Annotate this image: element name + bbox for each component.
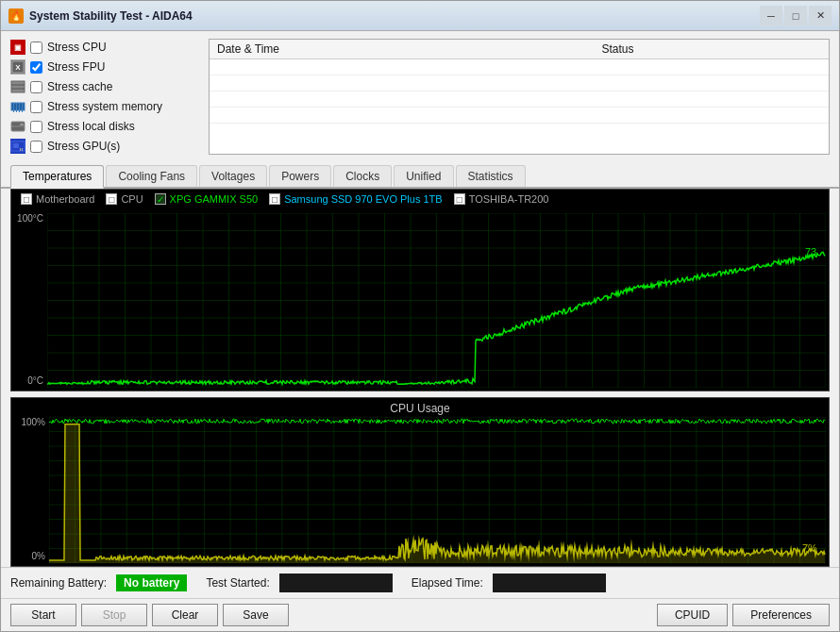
temp-y-max: 100°C: [17, 213, 43, 224]
tab-voltages[interactable]: Voltages: [199, 165, 267, 187]
stress-memory-label[interactable]: Stress system memory: [47, 100, 162, 113]
stress-disks-label[interactable]: Stress local disks: [47, 120, 135, 133]
temperature-canvas: [47, 213, 826, 388]
main-window: 🔥 System Stability Test - AIDA64 ─ □ ✕ ▣…: [0, 0, 840, 632]
temperature-chart: □ Motherboard □ CPU ✓ XPG GAMMIX S50 □ S…: [10, 189, 830, 391]
svg-rect-12: [20, 124, 24, 125]
legend-cpu: □ CPU: [106, 193, 143, 205]
temp-chart-legend: □ Motherboard □ CPU ✓ XPG GAMMIX S50 □ S…: [21, 193, 819, 205]
stop-button[interactable]: Stop: [81, 604, 147, 626]
log-row: [210, 59, 829, 75]
cpu-icon: ▣: [10, 40, 25, 55]
save-button[interactable]: Save: [223, 604, 289, 626]
date-time-column-header: Date & Time: [210, 40, 594, 59]
top-section: ▣ Stress CPU X Stress FPU Stress: [1, 31, 839, 162]
tab-statistics[interactable]: Statistics: [456, 165, 526, 187]
svg-rect-7: [16, 103, 17, 112]
svg-rect-15: [20, 148, 21, 151]
start-button[interactable]: Start: [10, 604, 76, 626]
minimize-button[interactable]: ─: [760, 6, 782, 26]
temp-y-labels: 100°C 0°C: [11, 213, 47, 386]
elapsed-label: Elapsed Time:: [412, 576, 483, 590]
stress-fpu-label[interactable]: Stress FPU: [47, 60, 105, 74]
svg-rect-2: [11, 81, 25, 92]
tab-temperatures[interactable]: Temperatures: [10, 165, 104, 189]
legend-samsung: □ Samsung SSD 970 EVO Plus 1TB: [269, 193, 443, 205]
tab-cooling-fans[interactable]: Cooling Fans: [106, 165, 197, 187]
stress-cpu-checkbox[interactable]: [30, 42, 42, 54]
content-area: ▣ Stress CPU X Stress FPU Stress: [1, 31, 839, 631]
log-row: [210, 108, 829, 124]
stress-memory-checkbox[interactable]: [30, 101, 42, 113]
elapsed-value: [493, 574, 606, 592]
status-column-header: Status: [594, 40, 829, 59]
tab-clocks[interactable]: Clocks: [333, 165, 392, 187]
stress-fpu-item: X Stress FPU: [10, 58, 199, 75]
test-started-label: Test Started:: [206, 576, 269, 590]
test-started-value: [279, 574, 393, 592]
legend-samsung-checkbox[interactable]: □: [269, 193, 280, 205]
log-row: [210, 75, 829, 91]
cpuid-button[interactable]: CPUID: [657, 604, 728, 626]
window-controls: ─ □ ✕: [760, 6, 832, 26]
preferences-button[interactable]: Preferences: [732, 604, 830, 626]
stress-cpu-label[interactable]: Stress CPU: [47, 41, 107, 54]
legend-xpg: ✓ XPG GAMMIX S50: [155, 193, 259, 205]
cpu-usage-title: CPU Usage: [11, 398, 829, 415]
svg-text:X: X: [15, 63, 21, 72]
cpu-usage-chart: CPU Usage 100% 0%: [10, 397, 830, 567]
tabs-bar: Temperatures Cooling Fans Voltages Power…: [1, 162, 839, 189]
legend-samsung-label: Samsung SSD 970 EVO Plus 1TB: [284, 193, 443, 205]
status-bar: Remaining Battery: No battery Test Start…: [1, 567, 839, 598]
stress-cpu-item: ▣ Stress CPU: [10, 39, 199, 56]
close-button[interactable]: ✕: [809, 6, 832, 26]
legend-motherboard: □ Motherboard: [21, 193, 94, 205]
legend-toshiba-checkbox[interactable]: □: [454, 193, 465, 205]
usage-y-labels: 100% 0%: [11, 417, 49, 561]
app-icon: 🔥: [8, 8, 24, 24]
window-title: System Stability Test - AIDA64: [29, 9, 760, 23]
stress-options-panel: ▣ Stress CPU X Stress FPU Stress: [10, 39, 199, 155]
tab-powers[interactable]: Powers: [269, 165, 331, 187]
svg-rect-16: [22, 148, 23, 151]
maximize-button[interactable]: □: [784, 6, 807, 26]
stress-memory-item: Stress system memory: [10, 98, 199, 115]
usage-y-min: 0%: [32, 551, 45, 561]
stress-gpu-item: Stress GPU(s): [10, 138, 199, 155]
stress-disks-item: Stress local disks: [10, 118, 199, 135]
legend-xpg-label: XPG GAMMIX S50: [170, 193, 259, 205]
gpu-icon: [10, 139, 25, 154]
svg-rect-6: [13, 103, 14, 112]
usage-canvas: [49, 417, 826, 563]
legend-toshiba: □ TOSHIBA-TR200: [454, 193, 549, 205]
legend-cpu-label: CPU: [121, 193, 143, 205]
log-row: [210, 91, 829, 108]
stress-gpu-checkbox[interactable]: [30, 141, 42, 153]
stress-cache-item: Stress cache: [10, 78, 199, 95]
svg-rect-8: [19, 103, 20, 112]
legend-xpg-checkbox[interactable]: ✓: [155, 193, 166, 205]
memory-icon: [10, 99, 25, 114]
tab-unified[interactable]: Unified: [394, 165, 453, 187]
bottom-bar: Start Stop Clear Save CPUID Preferences: [1, 598, 839, 631]
legend-toshiba-label: TOSHIBA-TR200: [469, 193, 549, 205]
cache-icon: [10, 79, 25, 94]
legend-motherboard-checkbox[interactable]: □: [21, 193, 32, 205]
charts-area: □ Motherboard □ CPU ✓ XPG GAMMIX S50 □ S…: [1, 189, 839, 567]
stress-fpu-checkbox[interactable]: [30, 61, 42, 74]
title-bar: 🔥 System Stability Test - AIDA64 ─ □ ✕: [1, 1, 839, 31]
clear-button[interactable]: Clear: [152, 604, 218, 626]
stress-cache-checkbox[interactable]: [30, 81, 42, 93]
battery-value: No battery: [116, 574, 187, 591]
legend-motherboard-label: Motherboard: [36, 193, 94, 205]
battery-label: Remaining Battery:: [10, 576, 107, 590]
stress-cache-label[interactable]: Stress cache: [47, 80, 112, 93]
stress-disks-checkbox[interactable]: [30, 121, 42, 133]
legend-cpu-checkbox[interactable]: □: [106, 193, 117, 205]
fpu-icon: X: [10, 59, 25, 75]
stress-gpu-label[interactable]: Stress GPU(s): [47, 140, 120, 153]
disk-icon: [10, 119, 25, 134]
temp-y-min: 0°C: [27, 375, 43, 386]
svg-rect-14: [13, 143, 19, 148]
svg-rect-9: [22, 103, 23, 112]
